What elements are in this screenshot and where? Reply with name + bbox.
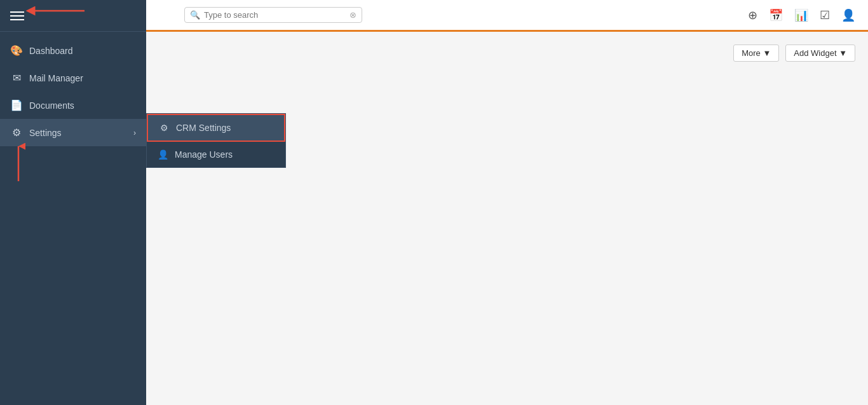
documents-icon: 📄 [10, 99, 23, 111]
sidebar-item-dashboard-label: Dashboard [29, 46, 73, 56]
annotation-arrow-h [24, 4, 88, 18]
sidebar-item-documents[interactable]: 📄 Documents [0, 92, 146, 119]
annotation-arrow-v [11, 143, 25, 184]
sidebar-item-mail-manager[interactable]: ✉ Mail Manager [0, 64, 146, 92]
hamburger-menu-button[interactable] [10, 11, 24, 20]
submenu-item-manage-users[interactable]: 👤 Manage Users [147, 142, 285, 167]
submenu-item-crm-settings-label: CRM Settings [176, 123, 231, 133]
add-widget-button[interactable]: Add Widget ▼ [785, 45, 855, 62]
manage-users-icon: 👤 [157, 149, 168, 160]
search-icon: 🔍 [190, 10, 200, 20]
dashboard-icon: 🎨 [10, 45, 23, 57]
submenu-item-manage-users-label: Manage Users [175, 149, 233, 160]
main-area: 🔍 ⊗ ⊕ 📅 📊 ☑ 👤 More ▼ Add Widget ▼ [146, 0, 868, 405]
sidebar-item-mail-label: Mail Manager [29, 73, 83, 83]
submenu-item-crm-settings[interactable]: ⚙ CRM Settings [147, 114, 285, 142]
sidebar: 🎨 Dashboard ✉ Mail Manager 📄 Documents ⚙… [0, 0, 146, 405]
more-button-label: More ▼ [742, 48, 771, 58]
settings-submenu: ⚙ CRM Settings 👤 Manage Users [146, 113, 286, 168]
search-clear-icon[interactable]: ⊗ [349, 10, 356, 20]
sidebar-header [0, 0, 146, 32]
crm-settings-icon: ⚙ [158, 123, 170, 133]
sidebar-item-documents-label: Documents [29, 100, 74, 111]
chevron-right-icon: › [133, 128, 136, 137]
search-container: 🔍 ⊗ [184, 7, 362, 23]
content-area: More ▼ Add Widget ▼ [146, 32, 868, 405]
sidebar-item-dashboard[interactable]: 🎨 Dashboard [0, 37, 146, 64]
sidebar-item-settings[interactable]: ⚙ Settings › [0, 119, 146, 146]
search-input[interactable] [204, 10, 349, 20]
calendar-icon[interactable]: 📅 [769, 8, 783, 22]
mail-icon: ✉ [10, 72, 23, 84]
settings-icon: ⚙ [10, 127, 23, 139]
chart-icon[interactable]: 📊 [794, 8, 808, 22]
add-icon[interactable]: ⊕ [748, 8, 757, 22]
sidebar-item-settings-label: Settings [29, 128, 62, 138]
checklist-icon[interactable]: ☑ [820, 8, 830, 22]
more-button[interactable]: More ▼ [733, 45, 779, 62]
sidebar-nav: 🎨 Dashboard ✉ Mail Manager 📄 Documents ⚙… [0, 32, 146, 146]
content-toolbar: More ▼ Add Widget ▼ [159, 45, 855, 62]
topbar-icons: ⊕ 📅 📊 ☑ 👤 [748, 8, 855, 22]
add-widget-label: Add Widget ▼ [794, 48, 847, 58]
topbar: 🔍 ⊗ ⊕ 📅 📊 ☑ 👤 [146, 0, 868, 32]
user-icon[interactable]: 👤 [841, 8, 855, 22]
